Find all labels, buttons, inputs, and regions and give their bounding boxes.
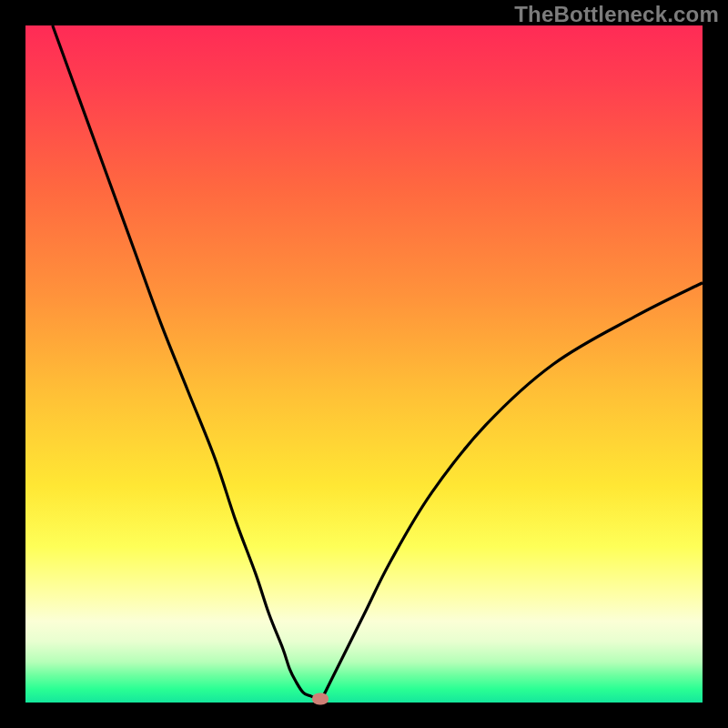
chart-frame: TheBottleneck.com	[0, 0, 728, 728]
optimum-marker	[312, 693, 329, 705]
curve-svg	[25, 25, 703, 703]
plot-area	[25, 25, 703, 703]
bottleneck-curve-path	[53, 25, 703, 699]
watermark-text: TheBottleneck.com	[514, 2, 719, 27]
